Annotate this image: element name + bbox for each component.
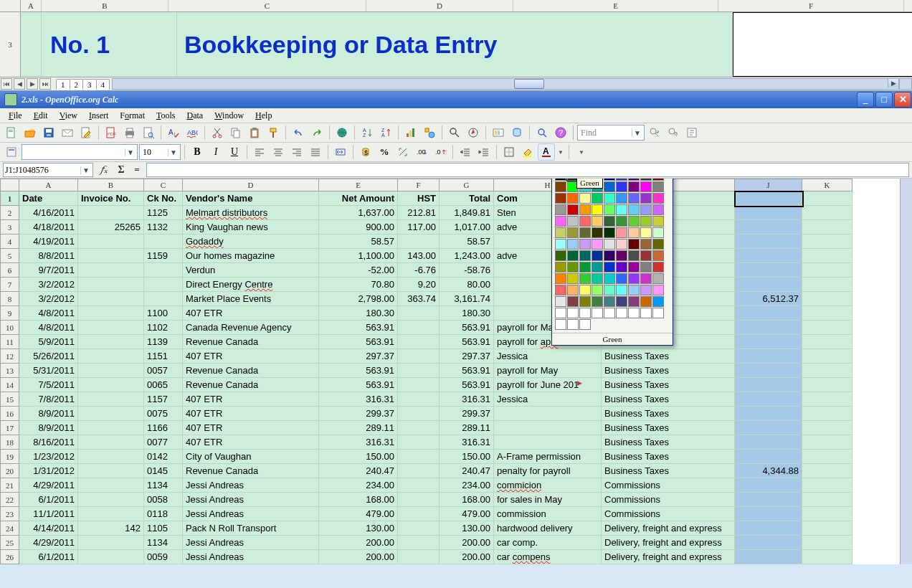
color-swatch[interactable]	[652, 227, 664, 238]
cell-E4[interactable]: 58.57	[319, 234, 398, 249]
cell-K11[interactable]	[802, 335, 852, 349]
cell-C8[interactable]	[144, 292, 183, 306]
cell-D6[interactable]: Verdun	[183, 263, 319, 278]
font-size-combo[interactable]: 10▼	[139, 144, 181, 160]
cell-J12[interactable]	[735, 349, 802, 364]
cell-K16[interactable]	[802, 407, 852, 421]
bg-title-text[interactable]: Bookkeeping or Data Entry	[177, 12, 733, 77]
cell-H14[interactable]: payroll for June 201▶	[494, 378, 602, 392]
cell-J8[interactable]: 6,512.37	[735, 292, 802, 306]
cell-F17[interactable]	[398, 421, 440, 435]
cell-H22[interactable]: for sales in May	[494, 493, 602, 507]
cell-F23[interactable]	[398, 507, 440, 521]
underline-button[interactable]: U	[226, 143, 243, 161]
cell-J22[interactable]	[735, 493, 802, 507]
color-swatch[interactable]	[555, 273, 566, 284]
window-titlebar[interactable]: 2.xls - OpenOffice.org Calc _ □ ✕	[0, 91, 912, 108]
cell-H24[interactable]: hardwood delivery	[494, 521, 602, 536]
cell-D5[interactable]: Our homes magazine	[183, 249, 319, 263]
row-header-6[interactable]: 6	[1, 263, 19, 278]
increase-indent-button[interactable]	[475, 143, 493, 161]
cell-E2[interactable]: 1,637.00	[319, 206, 398, 220]
color-swatch[interactable]	[652, 193, 664, 204]
bg-col-C[interactable]: C	[168, 0, 366, 11]
cell-G8[interactable]: 3,161.74	[440, 292, 494, 306]
bg-hscroll-right[interactable]: ▶	[888, 79, 898, 87]
color-swatch[interactable]	[628, 239, 640, 250]
cell-J5[interactable]	[735, 249, 802, 263]
color-swatch[interactable]	[579, 308, 591, 318]
bg-tab-2[interactable]: 2	[70, 79, 84, 90]
cell-K24[interactable]	[802, 521, 852, 536]
cell-E16[interactable]: 299.37	[319, 407, 398, 421]
cell-I18[interactable]: Business Taxes	[602, 435, 735, 450]
cell-K22[interactable]	[802, 493, 852, 507]
cell-F20[interactable]	[398, 464, 440, 478]
cell-D17[interactable]: 407 ETR	[183, 421, 319, 435]
color-swatch[interactable]	[616, 179, 627, 181]
color-swatch[interactable]	[592, 262, 603, 272]
cell-E20[interactable]: 240.47	[319, 464, 398, 478]
bg-row-3-header[interactable]: 3	[0, 12, 21, 77]
cell-E23[interactable]: 479.00	[319, 507, 398, 521]
color-swatch[interactable]	[640, 181, 652, 192]
cell-E13[interactable]: 563.91	[319, 364, 398, 378]
cell-C16[interactable]: 0075	[144, 407, 183, 421]
col-header-C[interactable]: C	[144, 179, 183, 191]
color-swatch[interactable]	[567, 250, 579, 261]
row-header-14[interactable]: 14	[1, 378, 19, 392]
color-swatch[interactable]	[579, 204, 591, 215]
cell-I26[interactable]: Delivery, freight and express	[602, 550, 735, 564]
save-button[interactable]	[40, 124, 57, 141]
cell-G5[interactable]: 1,243.00	[440, 249, 494, 263]
cell-K8[interactable]	[802, 292, 852, 306]
color-swatch[interactable]	[567, 193, 579, 204]
row-header-23[interactable]: 23	[1, 507, 19, 521]
bg-tab-next[interactable]: ▶	[27, 78, 38, 90]
color-swatch[interactable]	[628, 179, 640, 181]
row-header-5[interactable]: 5	[1, 249, 19, 263]
cell-A3[interactable]: 4/18/2011	[19, 220, 78, 234]
cell-G12[interactable]: 297.37	[440, 349, 494, 364]
cell-I16[interactable]: Business Taxes	[602, 407, 735, 421]
maximize-button[interactable]: □	[875, 92, 893, 108]
cell-J7[interactable]	[735, 278, 802, 292]
function-button[interactable]: =	[132, 164, 142, 176]
bg-cell-A3[interactable]	[21, 12, 42, 77]
cell-G16[interactable]: 299.37	[440, 407, 494, 421]
cell-F11[interactable]	[398, 335, 440, 349]
cell-J16[interactable]	[735, 407, 802, 421]
cell-F10[interactable]	[398, 321, 440, 335]
cell-D12[interactable]: 407 ETR	[183, 349, 319, 364]
cell-D10[interactable]: Canada Revenue Agency	[183, 321, 319, 335]
cell-D18[interactable]: 407 ETR	[183, 435, 319, 450]
cell-I23[interactable]: Commissions	[602, 507, 735, 521]
color-swatch[interactable]	[567, 308, 579, 318]
cell-F3[interactable]: 117.00	[398, 220, 440, 234]
minimize-button[interactable]: _	[857, 92, 874, 108]
currency-button[interactable]: $	[357, 143, 374, 161]
row-header-1[interactable]: 1	[1, 191, 19, 206]
cell-E25[interactable]: 200.00	[319, 536, 398, 550]
cell-K17[interactable]	[802, 421, 852, 435]
cell-K14[interactable]	[802, 378, 852, 392]
cell-A5[interactable]: 8/8/2011	[19, 249, 78, 263]
undo-button[interactable]	[290, 124, 307, 141]
cell-G14[interactable]: 563.91	[440, 378, 494, 392]
color-swatch[interactable]	[628, 250, 640, 261]
cell-B15[interactable]	[78, 392, 144, 407]
cell-E9[interactable]: 180.30	[319, 306, 398, 321]
color-swatch[interactable]	[555, 204, 566, 215]
cell-K23[interactable]	[802, 507, 852, 521]
row-header-21[interactable]: 21	[1, 478, 19, 493]
cell-D14[interactable]: Revenue Canada	[183, 378, 319, 392]
color-swatch[interactable]	[628, 273, 640, 284]
header-cell-K[interactable]	[802, 191, 852, 206]
color-swatch[interactable]	[604, 285, 615, 295]
row-header-12[interactable]: 12	[1, 349, 19, 364]
color-swatch[interactable]	[640, 204, 652, 215]
cell-J18[interactable]	[735, 435, 802, 450]
color-swatch[interactable]	[628, 296, 640, 307]
cell-B9[interactable]	[78, 306, 144, 321]
cell-J6[interactable]	[735, 263, 802, 278]
